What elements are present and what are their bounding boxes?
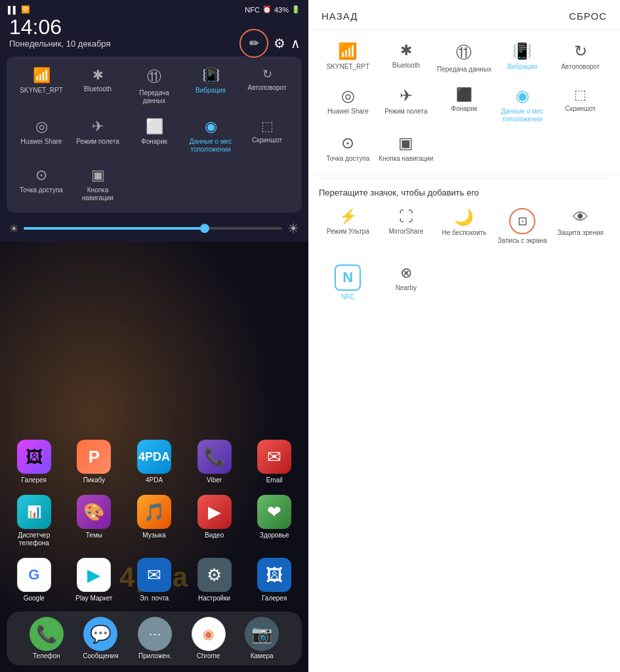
app-4pda[interactable]: 4PDA 4PDA	[127, 440, 182, 484]
dock-camera[interactable]: 📷 Камера	[245, 617, 279, 660]
settings-icon-wrap: ⚙	[197, 558, 232, 592]
drag-mirrorshare[interactable]: ⛶ MirrorShare	[377, 203, 436, 250]
qs-location[interactable]: ◉ Данные о мес тоположении	[182, 113, 239, 159]
vibration-icon: 📳	[202, 67, 220, 84]
drag-dnd[interactable]: 🌙 Не беспокоить	[435, 203, 493, 250]
pikabu-label: Пикабу	[83, 476, 105, 484]
app-gallery[interactable]: 🖼 Галерея	[7, 440, 62, 484]
app-google[interactable]: G Google	[7, 558, 62, 602]
left-panel: ▌▌ 🛜 NFC ⏰ 43% 🔋 14:06 Понедельник, 10 д…	[0, 0, 308, 672]
rqs-vibration[interactable]: 📳 Вибрация	[493, 37, 552, 79]
share-label: Huawei Share	[21, 138, 62, 146]
rqs-torch-icon: ⬛	[456, 87, 472, 102]
app-row-3: G Google ▶ Play Маркет ✉ Эл. почта ⚙ Нас…	[7, 558, 302, 602]
video-label: Видео	[205, 532, 224, 539]
app-music[interactable]: 🎵 Музыка	[127, 495, 182, 547]
app-settings[interactable]: ⚙ Настройки	[187, 558, 242, 602]
rqs-bluetooth[interactable]: ✱ Bluetooth	[377, 37, 436, 79]
ultra-label: Режим Ультра	[327, 228, 369, 236]
screenshot-label: Скриншот	[252, 136, 282, 144]
play-icon-wrap: ▶	[77, 558, 111, 592]
dock-sms[interactable]: 💬 Сообщения	[83, 617, 118, 660]
qs-vibration[interactable]: 📳 Вибрация	[182, 62, 239, 110]
torch-icon: ⬜	[146, 118, 163, 135]
drag-eyeprotect[interactable]: 👁 Защита зрения	[551, 203, 610, 250]
app-play[interactable]: ▶ Play Маркет	[67, 558, 122, 602]
health-label: Здоровье	[260, 532, 289, 539]
app-email[interactable]: ✉ Email	[247, 440, 302, 484]
qs-share[interactable]: ◎ Huawei Share	[13, 113, 70, 159]
nfc-label: NFC	[341, 293, 355, 301]
rqs-hotspot-icon: ⊙	[341, 134, 354, 152]
rqs-screenshot[interactable]: ⬚ Скриншот	[551, 81, 610, 129]
chevron-up-icon[interactable]: ∧	[291, 35, 300, 51]
qs-rotation[interactable]: ↻ Автоповорот	[239, 62, 295, 110]
drag-screenrecord[interactable]: ⊡ Запись с экрана	[493, 203, 552, 250]
drag-grid: ⚡ Режим Ультра ⛶ MirrorShare 🌙 Не беспок…	[319, 203, 610, 250]
qs-hotspot[interactable]: ⊙ Точка доступа	[13, 161, 70, 207]
dock-chrome-label: Chrome	[197, 652, 220, 660]
separator	[319, 178, 610, 178]
rqs-torch[interactable]: ⬛ Фонарик	[435, 81, 493, 129]
rqs-airplane[interactable]: ✈ Режим полета	[377, 81, 436, 129]
settings-icon[interactable]: ⚙	[274, 35, 285, 51]
qs-navkey[interactable]: ▣ Кнопка навигации	[70, 161, 126, 207]
drag-section: Перетащите значок, чтобы добавить его ⚡ …	[308, 181, 620, 257]
dock: 📞 Телефон 💬 Сообщения ⋯ Приложен. ◉ Chro…	[7, 612, 302, 665]
rqs-hotspot[interactable]: ⊙ Точка доступа	[319, 129, 377, 168]
dock-apps-icon: ⋯	[138, 617, 172, 651]
rqs-location[interactable]: ◉ Данные о мес тоположении	[493, 81, 552, 129]
nearby-label: Nearby	[396, 284, 417, 292]
app-pikabu[interactable]: P Пикабу	[67, 440, 122, 484]
rqs-rotation-icon: ↻	[574, 42, 587, 60]
app-mail[interactable]: ✉ Эл. почта	[127, 558, 182, 602]
dock-apps[interactable]: ⋯ Приложен.	[138, 617, 172, 660]
rqs-wifi[interactable]: 📶 SKYNET_RPT	[319, 37, 377, 79]
torch-label: Фонарик	[141, 138, 167, 146]
qs-wifi[interactable]: 📶 SKYNET_RPT	[13, 62, 70, 110]
rqs-navkey[interactable]: ▣ Кнопка навигации	[377, 129, 436, 168]
dock-chrome[interactable]: ◉ Chrome	[192, 617, 226, 660]
data-icon: ⑪	[147, 67, 161, 87]
app-video[interactable]: ▶ Видео	[187, 495, 242, 547]
app-row-2: 📊 Диспетчер телефона 🎨 Темы 🎵 Музыка ▶ В…	[7, 495, 302, 547]
rqs-data[interactable]: ⑪ Передача данных	[435, 37, 493, 79]
rotation-icon: ↻	[262, 67, 272, 81]
app-health[interactable]: ❤ Здоровье	[247, 495, 302, 547]
rqs-navkey-icon: ▣	[398, 134, 413, 152]
qs-bluetooth[interactable]: ✱ Bluetooth	[70, 62, 126, 110]
google-label: Google	[24, 595, 45, 602]
qs-torch[interactable]: ⬜ Фонарик	[126, 113, 182, 159]
drag-nfc[interactable]: N NFC	[319, 259, 377, 306]
extra-drag-grid: N NFC ⊗ Nearby	[319, 259, 610, 306]
drag-ultra[interactable]: ⚡ Режим Ультра	[319, 203, 377, 250]
qs-airplane[interactable]: ✈ Режим полета	[70, 113, 126, 159]
qs-data[interactable]: ⑪ Передача данных	[126, 62, 182, 110]
back-button[interactable]: НАЗАД	[321, 10, 358, 22]
rqs-share[interactable]: ◎ Huawei Share	[319, 81, 377, 129]
brightness-slider[interactable]	[24, 227, 282, 230]
dnd-label: Не беспокоить	[442, 229, 486, 237]
dock-phone[interactable]: 📞 Телефон	[30, 617, 64, 660]
eyeprotect-label: Защита зрения	[557, 229, 603, 237]
rqs-data-label: Передача данных	[437, 66, 491, 74]
nfc-icon: N	[335, 264, 361, 291]
nearby-icon: ⊗	[400, 264, 412, 282]
rqs-rotation[interactable]: ↻ Автоповорот	[551, 37, 610, 79]
drag-nearby[interactable]: ⊗ Nearby	[377, 259, 436, 306]
extra-drag-section: N NFC ⊗ Nearby	[308, 257, 620, 306]
edit-button[interactable]: ✏	[239, 29, 268, 58]
rqs-share-label: Huawei Share	[327, 108, 369, 116]
app-viber[interactable]: 📞 Viber	[187, 440, 242, 484]
app-photos[interactable]: 🖼 Галерея	[247, 558, 302, 602]
mirrorshare-label: MirrorShare	[388, 228, 423, 236]
qs-screenshot[interactable]: ⬚ Скриншот	[239, 113, 295, 159]
app-dialer[interactable]: 📊 Диспетчер телефона	[7, 495, 62, 547]
screenshot-icon: ⬚	[261, 118, 274, 134]
app-themes[interactable]: 🎨 Темы	[67, 495, 122, 547]
viber-label: Viber	[207, 476, 222, 484]
quick-settings-left: 📶 SKYNET_RPT ✱ Bluetooth ⑪ Передача данн…	[7, 56, 302, 213]
rqs-bluetooth-icon: ✱	[400, 42, 412, 59]
reset-button[interactable]: СБРОС	[569, 10, 607, 22]
rqs-hotspot-label: Точка доступа	[326, 155, 369, 163]
